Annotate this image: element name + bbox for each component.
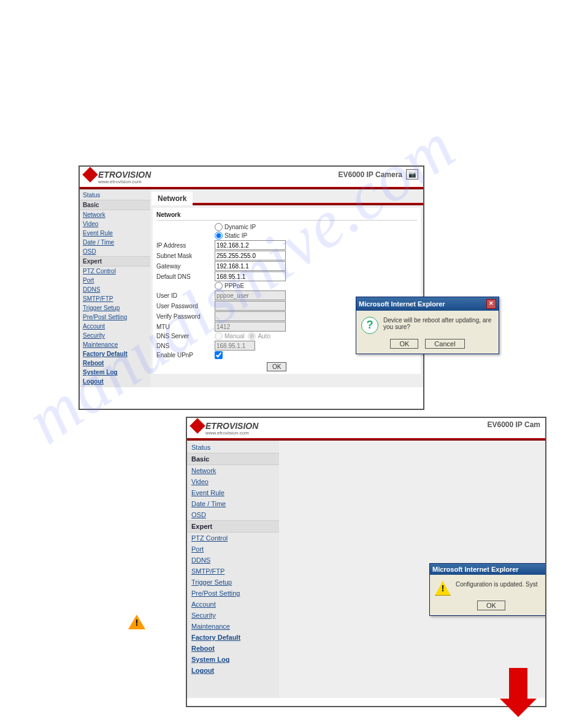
sidebar-system-log[interactable]: System Log — [187, 654, 279, 665]
label-user-password: User Password — [156, 303, 215, 309]
label-auto: Auto — [258, 333, 270, 339]
input-default-dns[interactable] — [215, 271, 286, 281]
dialog-cancel-button[interactable]: Cancel — [425, 339, 464, 349]
sidebar-item-account[interactable]: Account — [80, 322, 150, 331]
sidebar-item-port[interactable]: Port — [187, 544, 279, 555]
close-icon[interactable]: ✕ — [486, 299, 496, 309]
label-default-dns: Default DNS — [156, 273, 215, 280]
label-dns: DNS — [156, 343, 215, 349]
down-arrow-icon — [500, 668, 537, 717]
warning-icon — [435, 581, 451, 596]
sidebar-item-video[interactable]: Video — [187, 476, 279, 487]
radio-dns-auto — [248, 332, 256, 340]
sidebar-item-date-time[interactable]: Date / Time — [187, 498, 279, 509]
dialog-message: Configuration is updated. Syst — [456, 581, 537, 588]
camera-model: EV6000 IP Camera — [338, 170, 402, 179]
config-updated-screenshot: ETROVISION www.etrovision.com EV6000 IP … — [186, 417, 546, 707]
input-user-id — [215, 290, 286, 300]
main-content: Network Network Dynamic IP Static IP IP … — [150, 189, 423, 387]
input-dns — [215, 341, 255, 351]
sidebar-item-video[interactable]: Video — [80, 219, 150, 229]
sidebar-item-date-time[interactable]: Date / Time — [80, 238, 150, 247]
label-dynamic-ip: Dynamic IP — [224, 224, 256, 230]
label-mtu: MTU — [156, 324, 215, 330]
sidebar-item-smtp-ftp[interactable]: SMTP/FTP — [80, 294, 150, 303]
sidebar-item-event-rule[interactable]: Event Rule — [187, 487, 279, 498]
sidebar-item-prepost[interactable]: Pre/Post Setting — [80, 313, 150, 322]
sidebar-item-smtp-ftp[interactable]: SMTP/FTP — [187, 566, 279, 577]
sidebar-item-ptz[interactable]: PTZ Control — [80, 267, 150, 276]
sidebar-factory-default[interactable]: Factory Default — [80, 349, 150, 358]
input-mtu — [215, 322, 286, 332]
camera-icon[interactable]: 📷 — [406, 169, 418, 180]
tab-network[interactable]: Network — [151, 192, 193, 205]
sidebar-basic-header: Basic — [80, 200, 150, 210]
tab-underline — [193, 203, 423, 205]
logo: ETROVISION www.etrovision.com — [85, 169, 151, 184]
ok-button[interactable]: OK — [267, 362, 286, 371]
brand-name: ETROVISION — [205, 421, 258, 431]
warning-icon: ! — [128, 615, 145, 629]
brand-url: www.etrovision.com — [98, 179, 151, 184]
input-gateway[interactable] — [215, 261, 286, 271]
sidebar-item-ddns[interactable]: DDNS — [80, 285, 150, 294]
sidebar-item-maintenance[interactable]: Maintenance — [80, 340, 150, 349]
sidebar-expert-header: Expert — [187, 520, 279, 533]
logo: ETROVISION www.etrovision.com — [192, 420, 258, 436]
sidebar-reboot[interactable]: Reboot — [187, 643, 279, 654]
input-user-password — [215, 301, 286, 311]
label-user-id: User ID — [156, 292, 215, 299]
label-ip-address: IP Address — [156, 242, 215, 249]
radio-static-ip[interactable] — [215, 232, 223, 240]
sidebar-item-network[interactable]: Network — [80, 210, 150, 219]
sidebar-logout[interactable]: Logout — [80, 377, 150, 386]
dialog-config-updated: Microsoft Internet Explorer Configuratio… — [429, 563, 546, 616]
form-section-title: Network — [156, 210, 417, 221]
header: ETROVISION www.etrovision.com EV6000 IP … — [80, 167, 423, 187]
sidebar-item-osd[interactable]: OSD — [80, 247, 150, 256]
logo-icon — [190, 418, 205, 433]
brand-name: ETROVISION — [98, 170, 151, 180]
label-verify-password: Verify Password — [156, 313, 215, 320]
input-verify-password — [215, 311, 286, 321]
radio-pppoe[interactable] — [215, 282, 223, 290]
sidebar-item-trigger[interactable]: Trigger Setup — [80, 303, 150, 313]
checkbox-upnp[interactable] — [215, 351, 223, 359]
sidebar: Status Basic Network Video Event Rule Da… — [187, 441, 279, 698]
sidebar-item-event-rule[interactable]: Event Rule — [80, 229, 150, 238]
dialog-title: Microsoft Internet Explorer — [432, 566, 519, 573]
sidebar-item-network[interactable]: Network — [187, 465, 279, 476]
label-manual: Manual — [224, 333, 245, 339]
sidebar-item-maintenance[interactable]: Maintenance — [187, 621, 279, 632]
sidebar-item-prepost[interactable]: Pre/Post Setting — [187, 588, 279, 599]
dialog-ok-button[interactable]: OK — [477, 601, 505, 610]
sidebar-item-security[interactable]: Security — [187, 610, 279, 621]
question-icon: ? — [361, 317, 378, 334]
sidebar-item-security[interactable]: Security — [80, 331, 150, 340]
sidebar-item-account[interactable]: Account — [187, 599, 279, 610]
sidebar-item-port[interactable]: Port — [80, 276, 150, 285]
sidebar-basic-header: Basic — [187, 453, 279, 465]
radio-dynamic-ip[interactable] — [215, 223, 223, 231]
sidebar-logout[interactable]: Logout — [187, 665, 279, 676]
sidebar-status[interactable]: Status — [187, 442, 279, 453]
logo-icon — [82, 167, 98, 182]
sidebar-item-ddns[interactable]: DDNS — [187, 555, 279, 566]
label-static-ip: Static IP — [224, 232, 247, 239]
input-subnet[interactable] — [215, 251, 286, 260]
sidebar-item-ptz[interactable]: PTZ Control — [187, 533, 279, 544]
dialog-message: Device will be reboot after updating, ar… — [383, 317, 494, 330]
sidebar-item-trigger[interactable]: Trigger Setup — [187, 577, 279, 588]
sidebar-system-log[interactable]: System Log — [80, 368, 150, 377]
sidebar-expert-header: Expert — [80, 256, 150, 267]
camera-model: EV6000 IP Cam — [487, 420, 540, 429]
sidebar-status[interactable]: Status — [80, 191, 150, 200]
input-ip-address[interactable] — [215, 240, 286, 250]
dialog-title: Microsoft Internet Explorer — [359, 300, 445, 308]
sidebar-factory-default[interactable]: Factory Default — [187, 632, 279, 643]
dialog-confirm-reboot: Microsoft Internet Explorer✕ ? Device wi… — [356, 297, 499, 354]
label-gateway: Gateway — [156, 263, 215, 270]
sidebar-item-osd[interactable]: OSD — [187, 509, 279, 520]
sidebar-reboot[interactable]: Reboot — [80, 358, 150, 368]
dialog-ok-button[interactable]: OK — [390, 339, 418, 349]
